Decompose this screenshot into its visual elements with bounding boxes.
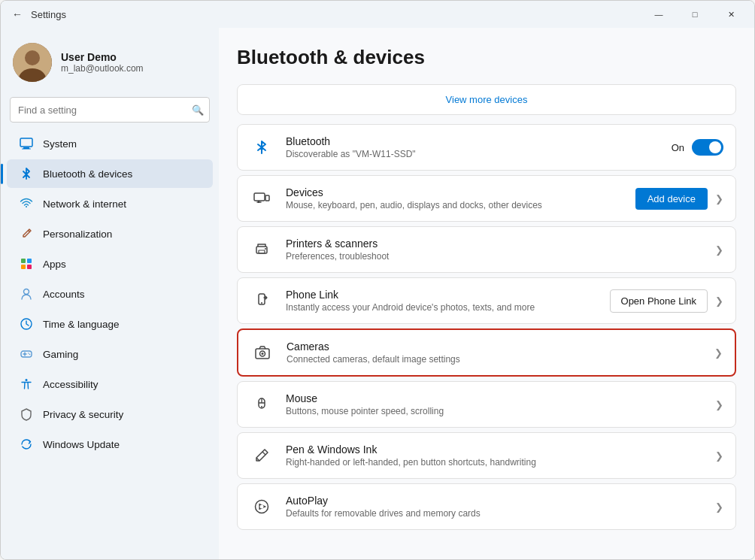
privacy-icon <box>19 407 34 422</box>
bluetooth-item-icon <box>250 135 274 159</box>
phonelink-chevron: ❯ <box>715 295 723 307</box>
bluetooth-toggle[interactable] <box>692 139 723 156</box>
svg-rect-7 <box>27 259 32 263</box>
window-title: Settings <box>31 9 641 20</box>
devices-item-right: Add device ❯ <box>635 188 723 210</box>
svg-point-10 <box>24 289 29 295</box>
phonelink-item-subtitle: Instantly access your Android device's p… <box>286 302 598 313</box>
search-input[interactable] <box>10 97 210 123</box>
phonelink-card: Phone Link Instantly access your Android… <box>237 277 736 324</box>
bluetooth-icon <box>19 166 34 181</box>
sidebar-item-label-personalization: Personalization <box>43 229 112 240</box>
network-icon <box>19 196 34 211</box>
devices-chevron: ❯ <box>715 193 723 204</box>
svg-rect-16 <box>254 193 265 201</box>
sidebar-item-label-accounts: Accounts <box>43 289 85 300</box>
user-profile: User Demo m_lab@outlook.com <box>1 34 219 94</box>
sidebar-item-apps[interactable]: Apps <box>7 250 213 278</box>
svg-rect-17 <box>265 195 269 201</box>
cameras-item-text: Cameras Connected cameras, default image… <box>287 341 702 365</box>
pen-item-right: ❯ <box>715 450 723 462</box>
apps-icon <box>19 256 34 271</box>
sidebar-item-privacy[interactable]: Privacy & security <box>7 400 213 428</box>
search-icon: 🔍 <box>192 104 204 116</box>
printers-item[interactable]: Printers & scanners Preferences, trouble… <box>238 227 735 272</box>
user-name: User Demo <box>61 51 144 63</box>
add-device-button[interactable]: Add device <box>635 188 708 210</box>
svg-point-14 <box>29 354 31 356</box>
devices-item-icon <box>250 186 274 210</box>
cameras-item[interactable]: Cameras Connected cameras, default image… <box>238 330 735 375</box>
bluetooth-item[interactable]: Bluetooth Discoverable as "VM-W11-SSD" O… <box>238 125 735 170</box>
accounts-icon <box>19 286 34 301</box>
svg-rect-9 <box>27 265 32 269</box>
mouse-card: Mouse Buttons, mouse pointer speed, scro… <box>237 381 736 428</box>
sidebar-item-label-accessibility: Accessibility <box>43 379 99 390</box>
devices-card: Devices Mouse, keyboard, pen, audio, dis… <box>237 175 736 222</box>
time-icon <box>19 316 34 331</box>
user-email: m_lab@outlook.com <box>61 63 144 74</box>
pen-chevron: ❯ <box>715 450 723 462</box>
pen-item-title: Pen & Windows Ink <box>286 443 703 456</box>
toggle-label: On <box>672 142 684 153</box>
sidebar-item-label-apps: Apps <box>43 259 66 270</box>
avatar-image <box>13 43 52 82</box>
pen-card: Pen & Windows Ink Right-handed or left-h… <box>237 432 736 479</box>
sidebar-item-label-gaming: Gaming <box>43 349 78 360</box>
window-controls: — □ ✕ <box>641 2 748 26</box>
cameras-item-title: Cameras <box>287 341 702 353</box>
maximize-button[interactable]: □ <box>678 2 712 26</box>
sidebar-item-accessibility[interactable]: Accessibility <box>7 370 213 398</box>
printers-item-subtitle: Preferences, troubleshoot <box>286 251 703 262</box>
sidebar-item-time[interactable]: Time & language <box>7 310 213 338</box>
sidebar-item-update[interactable]: Windows Update <box>7 430 213 459</box>
main-content: Bluetooth & devices View more devices Bl… <box>219 28 754 559</box>
system-icon <box>19 136 34 151</box>
autoplay-item-subtitle: Defaults for removable drives and memory… <box>286 508 703 519</box>
sidebar-item-bluetooth[interactable]: Bluetooth & devices <box>7 159 213 188</box>
svg-point-26 <box>262 353 264 355</box>
accessibility-icon <box>19 377 34 392</box>
devices-item[interactable]: Devices Mouse, keyboard, pen, audio, dis… <box>238 176 735 221</box>
sidebar-item-system[interactable]: System <box>7 129 213 158</box>
bluetooth-item-right: On <box>672 139 723 156</box>
sidebar-item-label-privacy: Privacy & security <box>43 409 123 420</box>
pen-item[interactable]: Pen & Windows Ink Right-handed or left-h… <box>238 433 735 478</box>
svg-rect-8 <box>21 265 26 269</box>
svg-point-15 <box>26 379 28 381</box>
window-content: User Demo m_lab@outlook.com 🔍 System <box>1 28 754 559</box>
bluetooth-item-text: Bluetooth Discoverable as "VM-W11-SSD" <box>286 135 659 159</box>
svg-rect-6 <box>21 259 26 263</box>
autoplay-item-title: AutoPlay <box>286 495 703 507</box>
bluetooth-card: Bluetooth Discoverable as "VM-W11-SSD" O… <box>237 124 736 171</box>
bluetooth-item-subtitle: Discoverable as "VM-W11-SSD" <box>286 149 659 159</box>
close-button[interactable]: ✕ <box>714 2 748 26</box>
cameras-chevron: ❯ <box>714 347 723 359</box>
svg-point-1 <box>25 50 40 65</box>
view-more-devices-button[interactable]: View more devices <box>237 84 736 115</box>
sidebar-item-label-system: System <box>43 138 77 150</box>
pen-item-text: Pen & Windows Ink Right-handed or left-h… <box>286 443 703 468</box>
phonelink-item[interactable]: Phone Link Instantly access your Android… <box>238 278 735 323</box>
sidebar-item-network[interactable]: Network & internet <box>7 189 213 218</box>
mouse-item-title: Mouse <box>286 392 703 404</box>
sidebar-item-gaming[interactable]: Gaming <box>7 340 213 368</box>
sidebar-item-personalization[interactable]: Personalization <box>7 219 213 248</box>
mouse-item-right: ❯ <box>715 399 723 410</box>
minimize-button[interactable]: — <box>641 2 676 26</box>
printers-item-icon <box>250 238 274 262</box>
svg-point-30 <box>260 505 264 509</box>
phonelink-item-icon <box>250 289 274 313</box>
svg-point-23 <box>261 302 262 304</box>
phonelink-item-right: Open Phone Link ❯ <box>610 289 723 313</box>
autoplay-item[interactable]: AutoPlay Defaults for removable drives a… <box>238 484 735 529</box>
svg-rect-18 <box>258 201 259 203</box>
printers-chevron: ❯ <box>715 244 723 256</box>
pen-item-icon <box>250 443 274 468</box>
sidebar-item-accounts[interactable]: Accounts <box>7 280 213 308</box>
mouse-item[interactable]: Mouse Buttons, mouse pointer speed, scro… <box>238 382 735 427</box>
back-button[interactable]: ← <box>7 4 28 25</box>
svg-rect-5 <box>22 149 31 150</box>
mouse-chevron: ❯ <box>715 399 723 410</box>
open-phone-link-button[interactable]: Open Phone Link <box>610 289 708 313</box>
